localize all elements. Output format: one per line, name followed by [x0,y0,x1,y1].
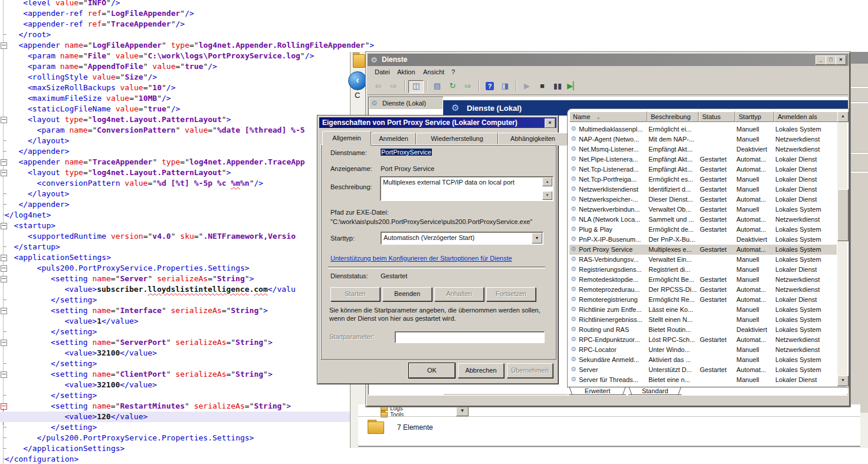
code-line[interactable]: <appender name="LogFileAppender" type="l… [0,40,374,51]
code-line[interactable]: <param name="ConversionPattern" value="%… [0,125,305,136]
service-row[interactable]: ⚙Net.Tcp-Portfreiga...Ermöglicht es...Ge… [569,175,837,185]
code-line[interactable]: <level value="INFO"/> [0,0,120,8]
service-row[interactable]: ⚙NLA (Network Loca...Sammelt und ...Gest… [569,215,837,225]
scroll-up-button[interactable]: ▲ [542,177,552,186]
code-line[interactable]: <setting name="ServerPort" serializeAs="… [0,337,273,348]
scroll-up-button[interactable]: ▲ [837,111,849,122]
service-row[interactable]: ⚙Routing und RASBietet Routin...Deaktivi… [569,325,837,335]
list-rows[interactable]: ⚙Multimediaklassenpl...Ermöglicht ei...M… [569,124,837,386]
forward-icon[interactable]: ⇨ [386,80,401,92]
service-row[interactable]: ⚙Netzwerkspeicher-...Dieser Dienst...Ges… [569,195,837,205]
abbrechen-button[interactable]: Abbrechen [458,363,504,378]
tree-item-services-local[interactable]: ⚙ Dienste (Lokal) [369,98,443,109]
close-button[interactable]: × [836,55,846,65]
ok-button[interactable]: OK [409,363,455,378]
code-line[interactable]: <value>32100</value> [0,348,157,358]
service-row[interactable]: ⚙Net.Tcp-Listenerad...Empfängt Akt...Ges… [569,164,837,175]
service-row[interactable]: ⚙Server für Threads...Bietet eine n...Ma… [569,375,837,385]
toolbar[interactable]: ⇦⇨◫▤↻⇨?◨▶■▮▮▶▏ [368,78,849,95]
startup-type-select[interactable]: Automatisch (Verzögerter Start) ▼ [381,232,543,245]
code-line[interactable]: <setting name="Server" serializeAs="Stri… [0,274,254,284]
code-line[interactable]: <param name="File" value="C:\work\logs\P… [0,51,314,61]
code-line[interactable]: <staticLogFileName value="true"/> [0,104,180,114]
code-line[interactable]: <setting name="RestartMinutes" serialize… [0,401,291,412]
column-header-beschreibung[interactable]: Beschreibung [647,111,699,122]
stop-service-icon[interactable]: ■ [535,80,549,92]
code-line[interactable]: </log4net> [0,210,51,221]
column-header-status[interactable]: Status [699,111,735,122]
service-row[interactable]: ⚙NAP-Agent (Netwo...Mit dem NAP-...Manue… [569,134,837,144]
code-line[interactable]: </setting> [0,390,97,401]
beenden-button[interactable]: Beenden [382,287,432,301]
code-line[interactable]: </setting> [0,295,97,305]
code-line[interactable]: <maximumFileSize value="10MB"/> [0,93,171,104]
code-line[interactable]: </root> [0,29,51,40]
column-header-starttyp[interactable]: Starttyp [735,111,774,122]
list-header[interactable]: Name▲BeschreibungStatusStarttypAnmelden … [569,111,838,123]
refresh-icon[interactable]: ↻ [446,80,460,92]
service-row[interactable]: ⚙Remotedesktopdie...Ermöglicht Be...Gest… [569,275,837,285]
menu-item-ansicht[interactable]: Ansicht [421,68,447,76]
back-button[interactable]: ‹ [348,71,367,90]
start-params-input[interactable] [395,331,545,343]
tab-abhngigkeiten[interactable]: Abhängigkeiten [498,133,568,146]
code-line[interactable]: <layout type="log4net.Layout.PatternLayo… [0,114,231,125]
back-icon[interactable]: ⇦ [371,80,385,92]
scroll-down-button[interactable]: ▼ [542,191,552,200]
service-row[interactable]: ⚙Richtlinie zum Entfe...Lässt eine Ko...… [569,305,837,315]
view-tab-erweitert[interactable]: Erweitert [572,387,623,395]
service-row[interactable]: ⚙Plug & PlayErmöglicht de...GestartetAut… [569,225,837,235]
properties-icon[interactable]: ▤ [430,80,444,92]
tab-wiederherstellung[interactable]: Wiederherstellung [416,133,498,146]
service-row[interactable]: ⚙RPC-LocatorUnter Windo...ManuellNetzwer… [569,345,837,355]
service-row[interactable]: ⚙Registrierungsdiens...Registriert di...… [569,265,837,275]
description-field[interactable]: Multiplexes external TCP/IP data on loca… [380,176,553,201]
startup-options-help-link[interactable]: Unterstützung beim Konfigurieren der Sta… [330,255,512,262]
service-row[interactable]: ⚙RPC-Endpunktzuor...Löst RPC-Sch...Gesta… [569,335,837,345]
service-row[interactable]: ⚙RAS-Verbindungsv...Verwaltet Ein...Manu… [569,255,837,265]
code-line[interactable]: </configuration> [0,454,78,464]
code-line[interactable]: </setting> [0,327,97,337]
code-line[interactable]: <appender-ref ref="LogFileAppender"/> [0,8,194,19]
code-line[interactable]: </layout> [0,136,69,146]
vertical-scrollbar[interactable]: ▲ ▼ [837,111,847,386]
menu-bar[interactable]: DateiAktionAnsicht? [368,66,849,79]
code-line[interactable]: <value>subscriber.lloydslistintelligence… [0,284,296,295]
code-line[interactable]: <maxSizeRollBackups value="10"/> [0,83,175,93]
maximize-button[interactable]: □ [826,55,836,65]
service-row[interactable]: ⚙Multimediaklassenpl...Ermöglicht ei...M… [569,124,837,134]
minimize-button[interactable]: _ [815,55,826,65]
scrollbar-thumb[interactable] [837,189,849,241]
code-line[interactable]: <param name="AppendToFile" value="true"/… [0,61,217,72]
code-line[interactable]: <applicationSettings> [0,252,111,263]
code-line[interactable]: <setting name="Interface" serializeAs="S… [0,305,268,316]
service-row[interactable]: ⚙Net.Pipe-Listenera...Empfängt Akt...Ges… [569,154,837,164]
help-icon[interactable]: ? [483,80,497,92]
menu-item-?[interactable]: ? [449,68,457,76]
code-line[interactable]: <supportedRuntime version="v4.0" sku=".N… [0,231,296,242]
code-line[interactable]: </appender> [0,146,69,157]
code-line[interactable]: </puls200.PortProxyService.Properties.Se… [0,433,254,443]
code-line[interactable]: <conversionPattern value="%d [%t] %-5p %… [0,178,263,189]
chevron-down-icon[interactable]: ▼ [532,233,542,243]
console-tree-icon[interactable]: ◫ [408,80,424,93]
pause-service-icon[interactable]: ▮▮ [551,80,565,92]
dialog-title-bar[interactable]: Eigenschaften von Port Proxy Service (Lo… [319,117,556,128]
service-row[interactable]: ⚙Net.Msmq-Listener...Empfängt Akt...Deak… [569,144,837,154]
menu-item-aktion[interactable]: Aktion [395,68,418,76]
export-list-icon[interactable]: ⇨ [461,80,475,92]
service-row[interactable]: ⚙Remoteprozedurau...Der RPCSS-Di...Gesta… [569,285,837,295]
scroll-down-button[interactable]: ▼ [837,376,849,386]
service-row[interactable]: ⚙Netzwerkverbindun...Verwaltet Ob...Gest… [569,205,837,215]
tab-anmelden[interactable]: Anmelden [371,133,416,146]
service-row[interactable]: ⚙Port Proxy ServiceMultiplexes e...Gesta… [569,245,837,255]
service-row[interactable]: ⚙PnP-X-IP-Busenum...Der PnP-X-Bu...Deakt… [569,235,837,245]
code-line[interactable]: <rollingStyle value="Size"/> [0,72,157,83]
column-header-name[interactable]: Name▲ [569,111,647,122]
code-line[interactable]: </layout> [0,189,69,199]
properties-dialog[interactable]: Eigenschaften von Port Proxy Service (Lo… [317,115,559,384]
start-service-icon[interactable]: ▶ [520,80,534,92]
folder-item-label[interactable]: Tools [390,412,404,418]
code-line[interactable]: </startup> [0,242,60,252]
service-name-value[interactable]: PortProxyService [381,149,432,156]
